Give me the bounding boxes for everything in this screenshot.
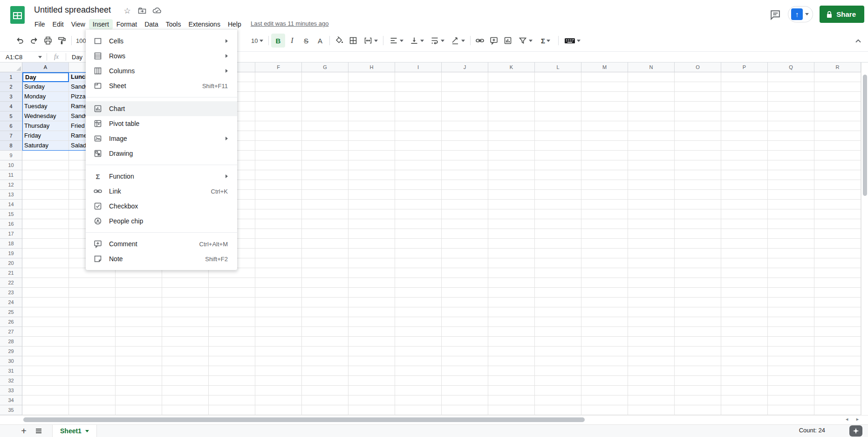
cell-B22[interactable] [69,278,116,288]
cell-N35[interactable] [628,405,675,415]
cell-N9[interactable] [628,151,675,160]
print-icon[interactable] [41,34,55,48]
cell-O26[interactable] [675,317,721,327]
cell-G9[interactable] [302,151,349,160]
cell-N24[interactable] [628,298,675,307]
select-all-corner[interactable] [0,62,22,72]
sheet-tab-caret-icon[interactable] [85,430,89,432]
cell-G26[interactable] [302,317,349,327]
input-tools-control[interactable] [561,34,583,48]
cell-K11[interactable] [488,170,535,180]
font-size-control[interactable]: 10 [248,37,266,44]
cell-P15[interactable] [721,209,768,219]
cell-A23[interactable] [22,288,69,298]
cell-J25[interactable] [442,307,488,317]
cell-D22[interactable] [162,278,209,288]
cell-R29[interactable] [814,347,861,356]
cell-I1[interactable] [395,72,442,82]
row-header-1[interactable]: 1 [0,72,22,82]
cell-J21[interactable] [442,268,488,278]
cell-R16[interactable] [814,219,861,229]
cell-C35[interactable] [116,405,162,415]
cell-M35[interactable] [581,405,628,415]
menubar-item-view[interactable]: View [68,19,89,29]
cell-K12[interactable] [488,180,535,190]
cell-H9[interactable] [349,151,395,160]
column-header-M[interactable]: M [581,62,628,72]
row-header-26[interactable]: 26 [0,317,22,327]
cell-M6[interactable] [581,121,628,131]
cell-I27[interactable] [395,327,442,337]
cell-A33[interactable] [22,386,69,395]
cell-Q9[interactable] [768,151,814,160]
cell-H2[interactable] [349,82,395,92]
cell-H12[interactable] [349,180,395,190]
cell-B27[interactable] [69,327,116,337]
cell-M11[interactable] [581,170,628,180]
cell-R21[interactable] [814,268,861,278]
cell-E30[interactable] [209,356,255,366]
cell-D31[interactable] [162,366,209,376]
cell-Q5[interactable] [768,111,814,121]
cell-F13[interactable] [255,190,302,200]
cell-O10[interactable] [675,160,721,170]
cell-L2[interactable] [535,82,581,92]
cell-M27[interactable] [581,327,628,337]
menubar-item-data[interactable]: Data [141,19,162,29]
cell-A16[interactable] [22,219,69,229]
cell-J14[interactable] [442,200,488,209]
bold-icon[interactable]: B [271,34,285,48]
cell-L7[interactable] [535,131,581,141]
cell-O14[interactable] [675,200,721,209]
row-header-2[interactable]: 2 [0,82,22,92]
cell-K6[interactable] [488,121,535,131]
cell-K18[interactable] [488,239,535,249]
name-box-caret-icon[interactable] [38,56,42,58]
cell-B30[interactable] [69,356,116,366]
menu-item-pivot-table[interactable]: Pivot table [86,116,237,131]
cell-C34[interactable] [116,395,162,405]
cell-Q26[interactable] [768,317,814,327]
cell-L14[interactable] [535,200,581,209]
cell-M33[interactable] [581,386,628,395]
horizontal-align-control[interactable] [386,34,406,48]
cell-F6[interactable] [255,121,302,131]
cell-M12[interactable] [581,180,628,190]
column-header-G[interactable]: G [302,62,349,72]
cell-Q33[interactable] [768,386,814,395]
cell-H7[interactable] [349,131,395,141]
column-header-P[interactable]: P [721,62,768,72]
cell-Q14[interactable] [768,200,814,209]
cell-Q13[interactable] [768,190,814,200]
cell-F32[interactable] [255,376,302,386]
cell-G12[interactable] [302,180,349,190]
cell-E28[interactable] [209,337,255,347]
cell-M30[interactable] [581,356,628,366]
cell-M7[interactable] [581,131,628,141]
cell-G13[interactable] [302,190,349,200]
cell-P24[interactable] [721,298,768,307]
cell-L33[interactable] [535,386,581,395]
cell-Q32[interactable] [768,376,814,386]
cell-J2[interactable] [442,82,488,92]
cell-R2[interactable] [814,82,861,92]
cell-G28[interactable] [302,337,349,347]
cell-F19[interactable] [255,249,302,258]
cell-A8[interactable]: Saturday [22,141,69,151]
cell-L18[interactable] [535,239,581,249]
cell-P22[interactable] [721,278,768,288]
cell-P6[interactable] [721,121,768,131]
cell-N27[interactable] [628,327,675,337]
cell-O17[interactable] [675,229,721,239]
cell-A26[interactable] [22,317,69,327]
cell-Q4[interactable] [768,102,814,111]
cell-N18[interactable] [628,239,675,249]
cell-C22[interactable] [116,278,162,288]
insert-link-icon[interactable] [473,34,487,48]
cell-G14[interactable] [302,200,349,209]
cell-L27[interactable] [535,327,581,337]
cell-I31[interactable] [395,366,442,376]
cell-R14[interactable] [814,200,861,209]
sheet-tab-active[interactable]: Sheet1 [52,425,97,437]
cell-H3[interactable] [349,92,395,102]
